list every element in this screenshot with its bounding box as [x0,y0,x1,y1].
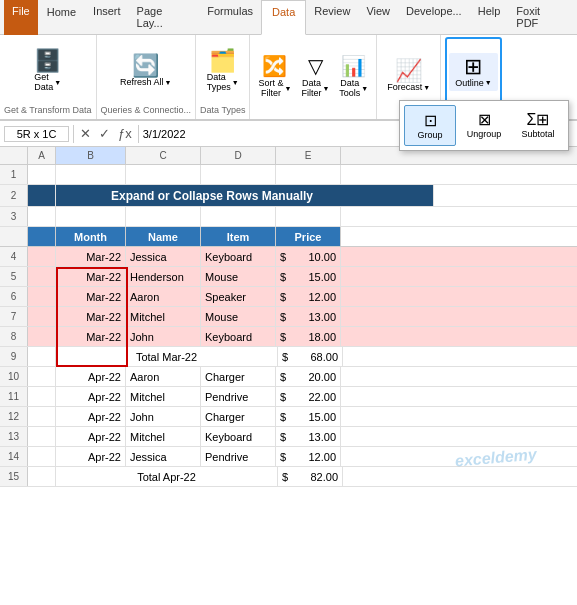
cancel-icon[interactable]: ✕ [78,126,93,141]
cell-price-5[interactable]: $15.00 [276,267,341,286]
cell-month-13[interactable]: Apr-22 [56,427,126,446]
cell-a4[interactable] [28,247,56,266]
cell-price-7[interactable]: $13.00 [276,307,341,326]
cell-a2[interactable] [28,185,56,206]
cell-item-14[interactable]: Pendrive [201,447,276,466]
cell-price-4[interactable]: $10.00 [276,247,341,266]
cell-e3[interactable] [276,207,341,226]
cell-item-13[interactable]: Keyboard [201,427,276,446]
confirm-icon[interactable]: ✓ [97,126,112,141]
cell-name-7[interactable]: Mitchel [126,307,201,326]
cell-month-7[interactable]: Mar-22 [56,307,126,326]
cell-b3[interactable] [56,207,126,226]
tab-insert[interactable]: Insert [85,0,129,34]
row-num: 13 [0,427,28,446]
col-header-a[interactable]: A [28,147,56,164]
cell-name-12[interactable]: John [126,407,201,426]
cell-month-11[interactable]: Apr-22 [56,387,126,406]
cell-item-7[interactable]: Mouse [201,307,276,326]
cell-price-8[interactable]: $18.00 [276,327,341,346]
cell-month-8[interactable]: Mar-22 [56,327,126,346]
tab-page-layout[interactable]: Page Lay... [129,0,200,34]
cell-a11[interactable] [28,387,56,406]
cell-price-15[interactable]: $82.00 [278,467,343,486]
filter-button[interactable]: ▽ DataFilter ▼ [297,51,333,101]
cell-month-14[interactable]: Apr-22 [56,447,126,466]
outline-button[interactable]: ⊞ Outline ▼ [449,53,497,91]
tab-view[interactable]: View [358,0,398,34]
cell-price-12[interactable]: $15.00 [276,407,341,426]
tab-review[interactable]: Review [306,0,358,34]
cell-month-10[interactable]: Apr-22 [56,367,126,386]
cell-b1[interactable] [56,165,126,184]
cell-month-12[interactable]: Apr-22 [56,407,126,426]
cell-e2[interactable] [369,185,434,206]
cell-name-14[interactable]: Jessica [126,447,201,466]
cell-item-5[interactable]: Mouse [201,267,276,286]
cell-a5[interactable] [28,267,56,286]
refresh-all-button[interactable]: 🔄 Refresh All ▼ [114,52,177,90]
cell-e1[interactable] [276,165,341,184]
cell-a1[interactable] [28,165,56,184]
cell-month-6[interactable]: Mar-22 [56,287,126,306]
tab-formulas[interactable]: Formulas [199,0,261,34]
cell-a6[interactable] [28,287,56,306]
cell-name-6[interactable]: Aaron [126,287,201,306]
cell-d3[interactable] [201,207,276,226]
cell-item-8[interactable]: Keyboard [201,327,276,346]
table-row: 11 Apr-22 Mitchel Pendrive $22.00 [0,387,577,407]
cell-c1[interactable] [126,165,201,184]
col-header-c[interactable]: C [126,147,201,164]
cell-price-10[interactable]: $20.00 [276,367,341,386]
cell-price-13[interactable]: $13.00 [276,427,341,446]
cell-name-11[interactable]: Mitchel [126,387,201,406]
cell-item-4[interactable]: Keyboard [201,247,276,266]
cell-a3[interactable] [28,207,56,226]
cell-a-hdr[interactable] [28,227,56,246]
col-header-b[interactable]: B [56,147,126,164]
cell-a13[interactable] [28,427,56,446]
tab-home[interactable]: Home [38,0,85,34]
cell-a10[interactable] [28,367,56,386]
cell-price-9[interactable]: $68.00 [278,347,343,366]
ungroup-button[interactable]: ⊠ Ungroup [458,105,510,146]
sort-filter-button[interactable]: 🔀 Sort &Filter ▼ [254,51,295,101]
name-box[interactable] [4,126,69,142]
get-data-button[interactable]: 🗄️ GetData ▼ [26,47,70,95]
col-header-d[interactable]: D [201,147,276,164]
data-types-button[interactable]: 🗂️ DataTypes ▼ [201,47,245,95]
cell-d1[interactable] [201,165,276,184]
cell-price-11[interactable]: $22.00 [276,387,341,406]
cell-name-8[interactable]: John [126,327,201,346]
cell-name-13[interactable]: Mitchel [126,427,201,446]
cell-month-5[interactable]: Mar-22 [56,267,126,286]
tab-data[interactable]: Data [261,0,306,35]
cell-name-5[interactable]: Henderson [126,267,201,286]
col-header-e[interactable]: E [276,147,341,164]
cell-a15[interactable] [28,467,56,486]
cell-name-10[interactable]: Aaron [126,367,201,386]
cell-name-4[interactable]: Jessica [126,247,201,266]
cell-price-6[interactable]: $12.00 [276,287,341,306]
cell-item-10[interactable]: Charger [201,367,276,386]
cell-c3[interactable] [126,207,201,226]
data-tools-button[interactable]: 📊 DataTools ▼ [335,51,372,101]
function-icon[interactable]: ƒx [116,126,134,141]
cell-a8[interactable] [28,327,56,346]
cell-month-4[interactable]: Mar-22 [56,247,126,266]
cell-price-14[interactable]: $12.00 [276,447,341,466]
tab-help[interactable]: Help [470,0,509,34]
tab-foxit[interactable]: Foxit PDF [508,0,573,34]
forecast-button[interactable]: 📈 Forecast ▼ [381,57,436,95]
cell-item-12[interactable]: Charger [201,407,276,426]
cell-a14[interactable] [28,447,56,466]
cell-a9[interactable] [28,347,56,366]
subtotal-button[interactable]: Σ⊞ Subtotal [512,105,564,146]
group-button[interactable]: ⊡ Group [404,105,456,146]
cell-a12[interactable] [28,407,56,426]
tab-file[interactable]: File [4,0,38,35]
tab-developer[interactable]: Develope... [398,0,470,34]
cell-item-11[interactable]: Pendrive [201,387,276,406]
cell-a7[interactable] [28,307,56,326]
cell-item-6[interactable]: Speaker [201,287,276,306]
